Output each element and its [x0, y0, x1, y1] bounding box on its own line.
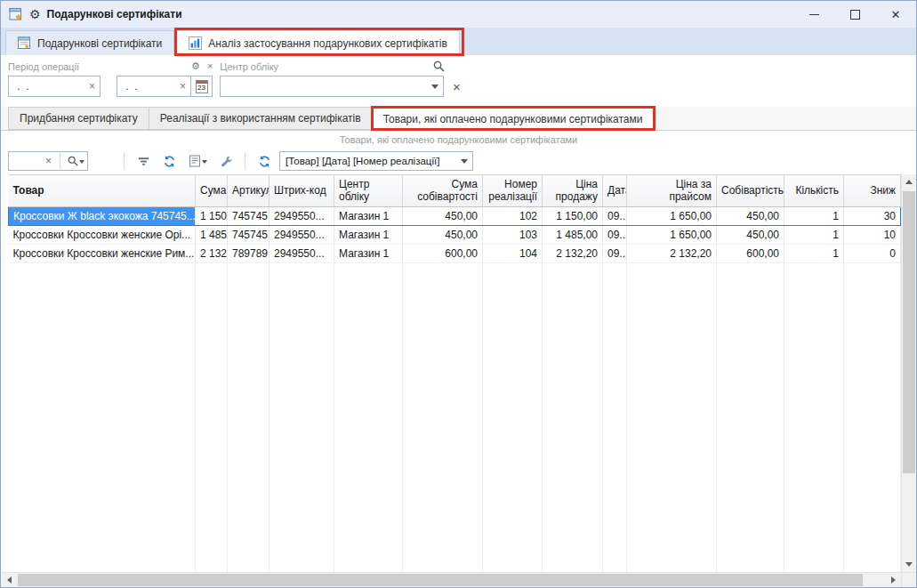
table-row[interactable]: Кроссовки Кроссовки женские Рим...2 132.…	[9, 245, 901, 263]
column-header[interactable]: Собівартість	[717, 175, 784, 207]
search-separator	[60, 153, 60, 169]
chevron-down-icon[interactable]	[427, 77, 443, 96]
vertical-scroll-thumb[interactable]	[903, 191, 915, 473]
accounting-center-select[interactable]	[220, 76, 444, 97]
date-to-value: . .	[117, 80, 175, 93]
table-cell[interactable]: 09....	[603, 226, 627, 245]
close-button[interactable]: ✕	[875, 1, 916, 28]
column-header[interactable]: Зниж	[844, 175, 901, 207]
minimize-button[interactable]	[793, 1, 834, 28]
table-cell[interactable]: 600,00	[717, 245, 784, 263]
table-cell[interactable]: 104	[483, 245, 543, 263]
period-clear-icon[interactable]: ×	[207, 61, 213, 71]
scroll-up-arrow[interactable]	[902, 174, 916, 189]
table-cell[interactable]: Магазин 1	[334, 226, 403, 245]
refresh-grouping-button[interactable]	[253, 151, 275, 171]
column-header[interactable]: Штрих-код	[269, 175, 334, 207]
table-cell[interactable]: Магазин 1	[334, 207, 403, 226]
table-cell[interactable]: 2949550...	[269, 245, 334, 263]
period-settings-gear-icon[interactable]: ⚙	[191, 61, 200, 71]
date-to-clear-icon[interactable]: ×	[175, 81, 190, 92]
vertical-scrollbar[interactable]	[901, 174, 916, 572]
tab-analysis[interactable]: Аналіз застосування подарункових сертифі…	[176, 30, 460, 55]
app-window: ⚙ Подарункові сертифікати ✕ Подарункові …	[0, 0, 917, 588]
form-settings-gear-icon[interactable]: ⚙	[29, 8, 41, 20]
table-cell[interactable]: 0	[844, 245, 901, 263]
search-options-button[interactable]	[64, 151, 87, 171]
grouping-select[interactable]: [Товар] [Дата] [Номер реалізації]	[279, 151, 473, 171]
table-cell[interactable]: 789789	[228, 245, 269, 263]
toolbar-separator	[124, 153, 125, 169]
table-cell[interactable]: 1	[784, 226, 844, 245]
column-header[interactable]: Сума	[196, 175, 228, 207]
table-search-input[interactable]: ×	[8, 151, 88, 171]
grid-filler-cell	[543, 263, 603, 573]
calendar-button[interactable]: 23	[191, 76, 213, 97]
table-cell[interactable]: 1 650,00	[627, 207, 717, 226]
table-row[interactable]: Кроссовки Кроссовки женские Орі...1 485.…	[9, 226, 901, 245]
table-cell[interactable]: 1	[784, 245, 844, 263]
table-cell[interactable]: 1 150,00	[543, 207, 603, 226]
filter-button[interactable]	[133, 151, 154, 171]
table-cell[interactable]: 30	[844, 207, 901, 226]
settings-wrench-button[interactable]	[215, 151, 237, 171]
table-cell[interactable]: 09....	[603, 245, 627, 263]
refresh-button[interactable]	[158, 151, 180, 171]
search-icon[interactable]	[433, 60, 445, 72]
clear-filter-button[interactable]: ×	[453, 80, 461, 93]
scroll-left-arrow[interactable]	[1, 573, 16, 587]
table-cell[interactable]: 450,00	[403, 207, 483, 226]
table-cell[interactable]: 2 132,20	[543, 245, 603, 263]
table-cell[interactable]: 103	[483, 226, 543, 245]
table-cell[interactable]: 2 132...	[196, 245, 228, 263]
subtab-certificate-purchase[interactable]: Придбання сертифікату	[8, 107, 149, 130]
table-cell[interactable]: Кроссовки Ж black экокожа 745745...	[9, 207, 196, 226]
table-cell[interactable]: 2 132,20	[627, 245, 717, 263]
column-header[interactable]: Кількість	[784, 175, 844, 207]
date-to-input[interactable]: . . ×	[117, 76, 191, 97]
table-cell[interactable]: Кроссовки Кроссовки женские Рим...	[9, 245, 196, 263]
output-list-button[interactable]	[184, 151, 211, 171]
table-cell[interactable]: 2949550...	[269, 226, 334, 245]
table-cell[interactable]: 450,00	[717, 207, 784, 226]
table-cell[interactable]: 1 650,00	[627, 226, 717, 245]
column-header[interactable]: Ціна продажу	[543, 175, 603, 207]
horizontal-scrollbar[interactable]	[1, 572, 916, 587]
subtab-goods-paid-by-certificates[interactable]: Товари, які оплачено подарунковими серти…	[373, 108, 655, 131]
table-cell[interactable]: 600,00	[403, 245, 483, 263]
table-row[interactable]: Кроссовки Ж black экокожа 745745...1 150…	[9, 207, 901, 226]
table-cell[interactable]: 102	[483, 207, 543, 226]
column-header[interactable]: Артикул	[228, 175, 269, 207]
table-cell[interactable]: 1 485...	[196, 226, 228, 245]
column-header[interactable]: Сума собівартості	[403, 175, 483, 207]
table-cell[interactable]: Кроссовки Кроссовки женские Орі...	[9, 226, 196, 245]
table-cell[interactable]: 450,00	[403, 226, 483, 245]
table-cell[interactable]: 745745	[228, 226, 269, 245]
table-cell[interactable]: Магазин 1	[334, 245, 403, 263]
table-cell[interactable]: 1 485,00	[543, 226, 603, 245]
table-cell[interactable]: 745745	[228, 207, 269, 226]
date-from-clear-icon[interactable]: ×	[84, 81, 100, 92]
window-controls: ✕	[793, 1, 916, 28]
chevron-down-icon[interactable]	[456, 152, 472, 170]
scroll-right-arrow[interactable]	[886, 573, 901, 587]
scroll-down-arrow[interactable]	[902, 558, 916, 572]
maximize-button[interactable]	[834, 1, 875, 28]
column-header[interactable]: Ціна за прайсом	[627, 175, 717, 207]
horizontal-scroll-thumb[interactable]	[18, 574, 863, 586]
table-cell[interactable]: 1	[784, 207, 844, 226]
table-cell[interactable]: 10	[844, 226, 901, 245]
column-header[interactable]: Товар	[9, 175, 196, 207]
column-header[interactable]: Дата	[603, 175, 627, 207]
date-from-input[interactable]: . . ×	[8, 76, 101, 97]
column-header[interactable]: Номер реалізації	[483, 175, 543, 207]
table-cell[interactable]: 1 150...	[196, 207, 228, 226]
tab-gift-certificates[interactable]: Подарункові сертифікати	[5, 30, 174, 55]
table-cell[interactable]: 2949550...	[269, 207, 334, 226]
table-cell[interactable]: 09....	[603, 207, 627, 226]
subtab-sales-with-certificates[interactable]: Реалізації з використанням сертифікатів	[149, 107, 373, 130]
column-header[interactable]: Центр обліку	[334, 175, 403, 207]
table-cell[interactable]: 450,00	[717, 226, 784, 245]
search-clear-icon[interactable]: ×	[41, 156, 56, 166]
horizontal-scroll-track[interactable]	[16, 573, 886, 587]
